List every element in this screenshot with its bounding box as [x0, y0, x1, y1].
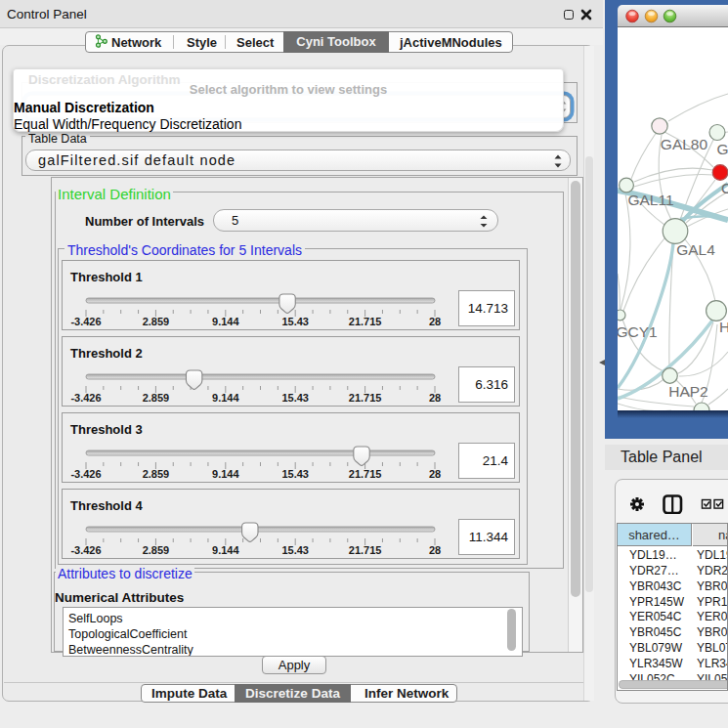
svg-text:GAL11: GAL11 [627, 192, 673, 208]
svg-text:HAP2: HAP2 [668, 383, 708, 400]
svg-text:-3.426: -3.426 [70, 392, 101, 404]
svg-text:2.859: 2.859 [143, 392, 170, 404]
svg-text:9.144: 9.144 [212, 544, 239, 556]
svg-text:2.859: 2.859 [143, 316, 170, 327]
svg-text:28: 28 [429, 392, 441, 404]
svg-text:GCY1: GCY1 [618, 323, 658, 340]
svg-text:15.43: 15.43 [281, 468, 309, 480]
svg-text:GA: GA [717, 141, 728, 157]
svg-text:-3.426: -3.426 [70, 544, 101, 556]
svg-text:9.144: 9.144 [212, 468, 239, 480]
svg-text:28: 28 [429, 544, 441, 556]
svg-text:-3.426: -3.426 [70, 468, 101, 480]
svg-text:15.43: 15.43 [281, 392, 309, 404]
svg-text:GAL4: GAL4 [676, 241, 715, 258]
svg-text:15.43: 15.43 [281, 316, 309, 327]
svg-text:9.144: 9.144 [212, 392, 239, 404]
svg-text:28: 28 [429, 316, 441, 327]
svg-text:28: 28 [429, 468, 441, 480]
svg-text:21.715: 21.715 [349, 316, 382, 327]
svg-text:9.144: 9.144 [212, 316, 239, 327]
svg-text:C: C [721, 180, 728, 196]
svg-text:21.715: 21.715 [349, 544, 382, 556]
svg-text:GAL80: GAL80 [661, 136, 708, 152]
svg-text:21.715: 21.715 [349, 392, 382, 404]
svg-text:2.859: 2.859 [143, 544, 170, 556]
svg-text:2.859: 2.859 [143, 468, 170, 480]
svg-text:21.715: 21.715 [349, 468, 382, 480]
svg-text:15.43: 15.43 [281, 544, 309, 556]
svg-text:H: H [719, 319, 728, 335]
svg-text:-3.426: -3.426 [70, 316, 101, 327]
